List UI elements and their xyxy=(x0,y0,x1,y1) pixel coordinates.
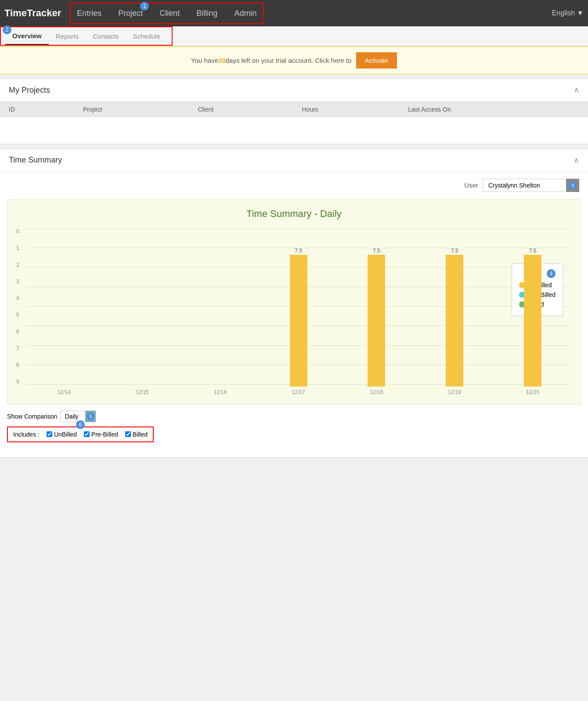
projects-table: ID Project Client Hours Last Access On xyxy=(0,101,588,144)
checkbox-billed[interactable] xyxy=(125,431,131,437)
sub-nav-wrap: Overview Reports Contacts Schedule 2 xyxy=(0,26,588,47)
checkbox-billed-label[interactable]: Billed xyxy=(125,431,148,438)
tab-overview[interactable]: Overview xyxy=(5,28,49,45)
includes-wrapper: 6 Includes : UnBilled Pre-Billed Billed xyxy=(7,426,154,442)
checkbox-billed-text: Billed xyxy=(133,431,148,438)
show-comparison: Show Comparison Daily 5 xyxy=(7,411,581,422)
x-label-1215: 12/15 xyxy=(103,389,181,395)
col-last-access: Last Access On xyxy=(399,101,588,117)
app-logo: TimeTracker xyxy=(4,7,61,19)
tab-reports[interactable]: Reports xyxy=(49,28,86,44)
my-projects-section: My Projects ∧ ID Project Client Hours La… xyxy=(0,79,588,145)
includes-badge: 6 xyxy=(76,420,85,429)
tab-schedule[interactable]: Schedule xyxy=(126,28,167,44)
language-label: English xyxy=(552,9,575,17)
table-row-empty xyxy=(0,117,588,144)
bar-1214 xyxy=(25,228,103,387)
time-summary-title: Time Summary xyxy=(9,155,62,165)
bar-1216 xyxy=(181,228,260,387)
x-label-1218: 12/18 xyxy=(337,389,415,395)
show-comparison-label: Show Comparison xyxy=(7,413,57,420)
main-nav: Entries Project 1 Client Billing Admin xyxy=(70,3,263,24)
my-projects-header: My Projects ∧ xyxy=(0,79,588,101)
checkbox-unbilled-text: UnBilled xyxy=(54,431,77,438)
chart-bars: 7.5 7.5 7.5 7.5 xyxy=(25,228,572,387)
user-select-wrap: Crystalynn Shelton 3 xyxy=(483,179,579,192)
bar-1217: 7.5 xyxy=(260,228,338,387)
includes-label: Includes : xyxy=(13,431,40,438)
x-label-1214: 12/14 xyxy=(25,389,103,395)
checkbox-unbilled[interactable] xyxy=(47,431,52,437)
x-label-1220: 12/20 xyxy=(494,389,572,395)
bottom-controls: Show Comparison Daily 5 6 Includes : UnB… xyxy=(0,405,588,448)
chart-x-labels: 12/14 12/15 12/16 12/17 12/18 12/19 12/2… xyxy=(25,389,572,395)
bar-1220: 7.5 xyxy=(494,228,572,387)
nav-client[interactable]: Client xyxy=(158,5,181,22)
checkbox-prebilled-label[interactable]: Pre-Billed xyxy=(84,431,118,438)
user-dropdown[interactable]: Crystalynn Shelton xyxy=(483,179,579,192)
my-projects-chevron[interactable]: ∧ xyxy=(574,85,579,95)
checkbox-prebilled[interactable] xyxy=(84,431,90,437)
col-hours: Hours xyxy=(293,101,399,117)
time-summary-header: Time Summary ∧ xyxy=(0,149,588,172)
checkbox-prebilled-text: Pre-Billed xyxy=(91,431,118,438)
col-project: Project xyxy=(74,101,189,117)
bar-1219: 7.5 xyxy=(415,228,494,387)
time-summary-section: Time Summary ∧ User Crystalynn Shelton 3… xyxy=(0,149,588,458)
bar-1218: 7.5 xyxy=(337,228,415,387)
time-summary-chevron[interactable]: ∧ xyxy=(574,155,579,165)
activate-button[interactable]: Activate xyxy=(356,52,397,69)
sub-nav-badge: 2 xyxy=(3,25,11,34)
chart-container: Time Summary - Daily 9 8 7 6 5 4 3 2 1 0 xyxy=(7,199,581,405)
top-bar: TimeTracker Entries Project 1 Client Bil… xyxy=(0,0,588,26)
nav-billing[interactable]: Billing xyxy=(195,5,219,22)
language-dropdown-arrow: ▼ xyxy=(577,9,584,17)
chart-bars-area: 7.5 7.5 7.5 7.5 xyxy=(25,228,572,395)
bar-1215 xyxy=(103,228,181,387)
my-projects-title: My Projects xyxy=(9,86,50,95)
checkbox-unbilled-label[interactable]: UnBilled xyxy=(47,431,77,438)
tab-contacts[interactable]: Contacts xyxy=(86,28,126,44)
trial-text-before: You have xyxy=(191,57,218,64)
project-badge: 1 xyxy=(140,2,149,11)
chart-y-axis: 9 8 7 6 5 4 3 2 1 0 xyxy=(16,228,25,395)
trial-days: 30 xyxy=(218,57,226,64)
col-client: Client xyxy=(189,101,293,117)
col-id: ID xyxy=(0,101,74,117)
nav-entries[interactable]: Entries xyxy=(75,5,103,22)
user-selector: User Crystalynn Shelton 3 xyxy=(0,172,588,199)
sub-nav: Overview Reports Contacts Schedule xyxy=(0,26,173,46)
user-label: User xyxy=(464,181,478,189)
x-label-1217: 12/17 xyxy=(260,389,338,395)
language-selector[interactable]: English ▼ xyxy=(552,9,584,17)
nav-admin[interactable]: Admin xyxy=(232,5,258,22)
x-label-1219: 12/19 xyxy=(415,389,494,395)
chart-title: Time Summary - Daily xyxy=(16,208,572,220)
trial-text-after: days left on your trial account. Click h… xyxy=(226,57,352,64)
trial-banner: You have 30 days left on your trial acco… xyxy=(0,47,588,74)
nav-project[interactable]: Project 1 xyxy=(116,5,144,22)
x-label-1216: 12/16 xyxy=(181,389,260,395)
